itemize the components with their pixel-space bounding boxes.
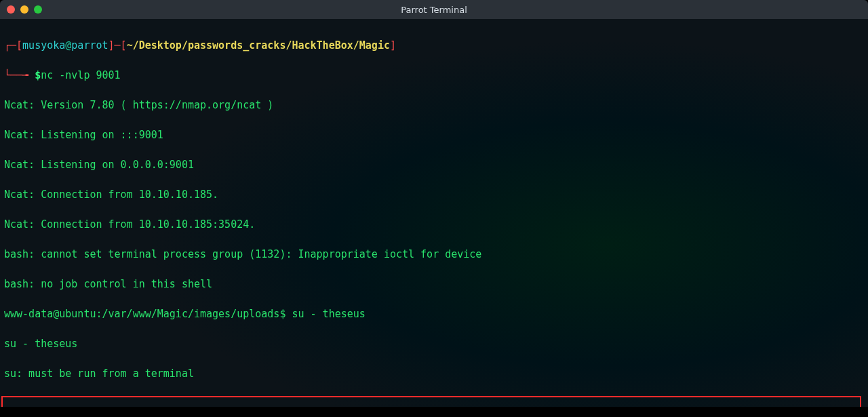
output-line: Ncat: Connection from 10.10.10.185:35024… [4,217,864,232]
window-title: Parrot Terminal [0,5,868,15]
close-icon[interactable] [7,5,15,14]
titlebar: Parrot Terminal [0,0,868,19]
output-line: bash: cannot set terminal process group … [4,247,864,262]
bottom-gap [0,407,868,417]
prompt-line-1: ┌─[musyoka@parrot]─[~/Desktop/passwords_… [4,38,864,53]
maximize-icon[interactable] [34,5,42,14]
output-line: www-data@ubuntu:/var/www/Magic/images/up… [4,306,864,321]
output-line: su: must be run from a terminal [4,366,864,381]
output-line: su - theseus [4,336,864,351]
window-controls [7,5,42,14]
output-line: Ncat: Listening on 0.0.0.0:9001 [4,157,864,172]
minimize-icon[interactable] [20,5,28,14]
highlight-box: www-data@ubuntu:/var/www/Magic/images/up… [1,396,861,407]
terminal-window: Parrot Terminal ┌─[musyoka@parrot]─[~/De… [0,0,868,407]
output-line: Ncat: Version 7.80 ( https://nmap.org/nc… [4,98,864,113]
output-line: Ncat: Listening on :::9001 [4,127,864,142]
terminal-body[interactable]: ┌─[musyoka@parrot]─[~/Desktop/passwords_… [0,19,868,407]
output-line: Ncat: Connection from 10.10.10.185. [4,187,864,202]
prompt-line-2: └──╼ $nc -nvlp 9001 [4,68,864,83]
output-line: bash: no job control in this shell [4,277,864,292]
